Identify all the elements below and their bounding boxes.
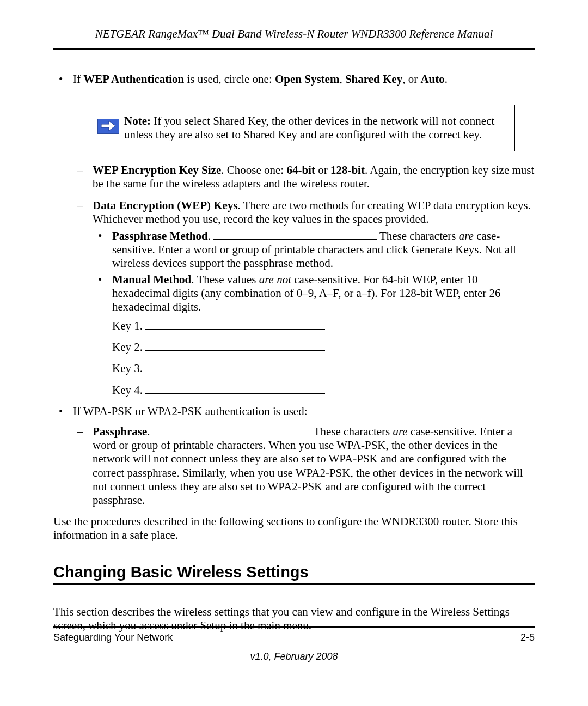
- blank-fill: [145, 384, 325, 394]
- bullet-wep-keysize: WEP Encryption Key Size. Choose one: 64-…: [73, 163, 535, 191]
- section-rule: [53, 583, 535, 585]
- text-italic: are: [393, 425, 407, 438]
- text-bold: Data Encryption (WEP) Keys: [93, 199, 238, 212]
- header-rule: [53, 48, 535, 50]
- page-footer: Safeguarding Your Network 2-5 v1.0, Febr…: [53, 626, 535, 662]
- text-italic: are not: [259, 273, 291, 286]
- closing-paragraph: Use the procedures described in the foll…: [53, 515, 535, 542]
- blank-fill: [153, 425, 311, 435]
- blank-fill: [213, 229, 377, 240]
- blank-fill: [145, 319, 325, 330]
- section-heading: Changing Basic Wireless Settings: [53, 563, 535, 581]
- blank-fill: [145, 362, 325, 373]
- text: .: [445, 72, 448, 86]
- text-bold: Manual Method: [112, 273, 191, 286]
- footer-left: Safeguarding Your Network: [53, 632, 173, 643]
- key-3-line: Key 3.: [112, 362, 535, 375]
- text-bold: WEP Authentication: [83, 72, 184, 86]
- running-header: NETGEAR RangeMax™ Dual Band Wireless-N R…: [53, 27, 535, 41]
- text-italic: are: [459, 229, 474, 242]
- text: or: [315, 163, 330, 176]
- body-content: If WEP Authentication is used, circle on…: [53, 72, 535, 543]
- text: case-sensitive. Enter a word or group of…: [93, 425, 523, 507]
- key-4-line: Key 4.: [112, 384, 535, 397]
- footer-version: v1.0, February 2008: [53, 651, 535, 662]
- text-bold: Open System: [275, 72, 339, 86]
- text: is used, circle one:: [184, 72, 275, 86]
- key-2-label: Key 2.: [112, 340, 145, 354]
- text-bold: WEP Encryption Key Size: [93, 163, 221, 176]
- text: . Choose one:: [221, 163, 286, 176]
- footer-right-page: 2-5: [520, 632, 535, 643]
- note-icon-cell: [93, 105, 124, 151]
- blank-fill: [145, 340, 325, 351]
- text: These characters: [311, 425, 393, 438]
- arrow-right-icon: [97, 119, 119, 134]
- bullet-wep-auth: If WEP Authentication is used, circle on…: [53, 72, 535, 397]
- key-1-label: Key 1.: [112, 319, 145, 332]
- keys-block: Key 1. Key 2. Key 3. Key 4.: [112, 319, 535, 397]
- footer-rule: [53, 626, 535, 628]
- page: NETGEAR RangeMax™ Dual Band Wireless-N R…: [0, 0, 588, 706]
- text-bold: Passphrase: [93, 425, 147, 438]
- note-body: If you select Shared Key, the other devi…: [124, 114, 494, 141]
- bullet-passphrase-method: Passphrase Method. These characters are …: [93, 229, 535, 271]
- key-3-label: Key 3.: [112, 362, 145, 375]
- bullet-manual-method: Manual Method. These values are not case…: [93, 273, 535, 314]
- text-bold: 64-bit: [286, 163, 315, 176]
- bullet-wpa: If WPA-PSK or WPA2-PSK authentication is…: [53, 405, 535, 507]
- text-bold: Auto: [420, 72, 444, 86]
- text: If: [73, 72, 83, 86]
- key-4-label: Key 4.: [112, 384, 145, 397]
- key-2-line: Key 2.: [112, 340, 535, 354]
- text: ,: [339, 72, 345, 86]
- text: . These values: [191, 273, 259, 286]
- text-bold: Passphrase Method: [112, 229, 208, 242]
- note-text: Note: If you select Shared Key, the othe…: [124, 105, 515, 151]
- text-bold: Shared Key: [345, 72, 402, 86]
- text-bold: 128-bit: [330, 163, 365, 176]
- text: If WPA-PSK or WPA2-PSK authentication is…: [73, 405, 308, 418]
- text: .: [147, 425, 153, 438]
- text: These characters: [377, 229, 459, 242]
- text: , or: [402, 72, 420, 86]
- bullet-wpa-passphrase: Passphrase. These characters are case-se…: [73, 425, 535, 507]
- note-label: Note:: [124, 114, 151, 127]
- key-1-line: Key 1.: [112, 319, 535, 333]
- note-box: Note: If you select Shared Key, the othe…: [93, 105, 515, 151]
- bullet-data-keys: Data Encryption (WEP) Keys. There are tw…: [73, 199, 535, 397]
- text: .: [208, 229, 214, 242]
